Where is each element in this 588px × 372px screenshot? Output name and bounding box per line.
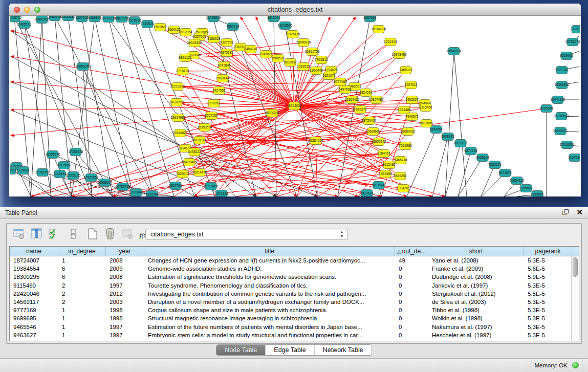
- table-row[interactable]: 977716911998Corpus callosum shape and si…: [10, 306, 579, 314]
- graph-edge[interactable]: [194, 43, 294, 106]
- graph-node[interactable]: 8186328: [207, 35, 221, 43]
- graph-edge[interactable]: [11, 82, 317, 196]
- graph-node[interactable]: 6466160: [88, 16, 101, 22]
- graph-node[interactable]: 16958107: [98, 179, 113, 187]
- graph-node[interactable]: 9474444: [464, 147, 477, 155]
- graph-node[interactable]: 9146821: [259, 51, 273, 58]
- graph-node[interactable]: 18640910: [296, 39, 311, 47]
- graph-node[interactable]: 1065328: [48, 16, 61, 21]
- graph-node[interactable]: 5878314: [193, 137, 206, 144]
- graph-node[interactable]: 9529966: [560, 52, 573, 60]
- graph-node[interactable]: 18724007: [287, 102, 302, 110]
- graph-node[interactable]: 14136141: [372, 182, 386, 189]
- graph-node[interactable]: 12444134: [551, 96, 565, 104]
- graph-node[interactable]: 7857224: [226, 23, 239, 31]
- graph-node[interactable]: 2687662: [363, 16, 377, 22]
- graph-node[interactable]: 9465254: [394, 172, 407, 180]
- graph-edge[interactable]: [316, 141, 317, 196]
- graph-node[interactable]: 7632621: [488, 161, 502, 169]
- select-rows-icon[interactable]: [48, 228, 61, 241]
- graph-node[interactable]: 1640954: [429, 126, 443, 134]
- graph-node[interactable]: 1297511: [405, 81, 418, 89]
- graph-node[interactable]: 9242845: [217, 62, 231, 70]
- graph-node[interactable]: 9245652: [519, 185, 533, 192]
- graph-node[interactable]: 14671355: [115, 16, 129, 23]
- graph-node[interactable]: 7334261: [397, 185, 410, 192]
- graph-node[interactable]: 17359928: [69, 148, 83, 156]
- graph-edge[interactable]: [276, 141, 316, 196]
- graph-node[interactable]: 1952480: [379, 170, 392, 178]
- graph-node[interactable]: 13505135: [66, 172, 81, 180]
- table-settings-icon[interactable]: [13, 228, 26, 241]
- graph-node[interactable]: 9327508: [220, 39, 233, 47]
- graph-edge[interactable]: [458, 151, 471, 196]
- graph-node[interactable]: 1571848: [215, 190, 228, 197]
- graph-node[interactable]: 7625402: [176, 170, 189, 178]
- graph-node[interactable]: 21364436: [345, 96, 360, 104]
- tab-node-table[interactable]: Node Table: [216, 345, 266, 355]
- window-titlebar[interactable]: citations_edges.txt: [9, 4, 581, 16]
- graph-node[interactable]: 9777169: [334, 78, 347, 86]
- graph-node[interactable]: 7955812: [315, 56, 328, 64]
- graph-node[interactable]: 8471676: [498, 169, 512, 177]
- graph-node[interactable]: 16033809: [206, 16, 221, 22]
- graph-node[interactable]: 19654985: [171, 114, 186, 122]
- table-row[interactable]: 1456911722003Disruption of a novel membe…: [10, 298, 579, 306]
- graph-node[interactable]: 1413614: [360, 190, 374, 197]
- graph-node[interactable]: 13325419: [286, 31, 300, 38]
- graph-node[interactable]: 7615526: [128, 17, 141, 25]
- graph-node[interactable]: 3915911: [10, 167, 17, 174]
- graph-node[interactable]: 9115460: [420, 104, 432, 112]
- graph-edge[interactable]: [458, 158, 483, 196]
- graph-edge[interactable]: [55, 17, 154, 196]
- column-header-year[interactable]: year: [106, 247, 144, 256]
- graph-node[interactable]: 16543362: [187, 39, 202, 47]
- graph-node[interactable]: 15692971: [553, 127, 568, 135]
- graph-node[interactable]: 9822037: [284, 59, 297, 67]
- graph-node[interactable]: 16914479: [192, 169, 207, 177]
- graph-edge[interactable]: [445, 143, 461, 196]
- graph-node[interactable]: 9227343: [555, 67, 569, 74]
- graph-node[interactable]: 13218506: [278, 22, 293, 30]
- graph-node[interactable]: 2803144: [216, 75, 229, 82]
- graph-node[interactable]: 16782759: [116, 183, 130, 191]
- graph-node[interactable]: 8215958: [540, 105, 553, 113]
- table-row[interactable]: 1830029562008Estimation of significance …: [10, 273, 579, 281]
- graph-node[interactable]: 16409489: [182, 159, 197, 166]
- graph-node[interactable]: 10654112: [510, 177, 525, 185]
- graph-edge[interactable]: [274, 18, 276, 196]
- graph-node[interactable]: 12213383: [170, 83, 185, 91]
- graph-node[interactable]: 12093852: [555, 81, 570, 89]
- graph-node[interactable]: 16154808: [372, 26, 386, 33]
- graph-edge[interactable]: [445, 51, 454, 196]
- graph-node[interactable]: 5875685: [220, 49, 233, 57]
- graph-edge[interactable]: [11, 31, 294, 106]
- graph-edge[interactable]: [11, 106, 294, 110]
- graph-edge[interactable]: [432, 137, 448, 196]
- graph-node[interactable]: 18107553: [169, 99, 184, 106]
- graph-edge[interactable]: [82, 18, 113, 196]
- graph-node[interactable]: 15718485: [204, 183, 219, 190]
- graph-node[interactable]: 9427552: [212, 87, 226, 95]
- graph-node[interactable]: 10719195: [101, 16, 116, 23]
- graph-node[interactable]: 7569285: [399, 142, 412, 150]
- graph-node[interactable]: 1621072: [322, 72, 336, 80]
- column-header-out_de[interactable]: △out_de...: [395, 247, 428, 256]
- graph-node[interactable]: 1145194: [54, 170, 67, 178]
- table-selector-dropdown[interactable]: citations_edges.txt ▲▼: [145, 229, 348, 240]
- table-row[interactable]: 1938455462009Genome-wide association stu…: [10, 265, 579, 273]
- graph-node[interactable]: 6497568: [338, 86, 352, 94]
- graph-node[interactable]: 15751074: [565, 38, 580, 46]
- graph-edge[interactable]: [108, 18, 154, 196]
- graph-node[interactable]: 7588520: [271, 55, 285, 62]
- graph-node[interactable]: 18720407: [362, 117, 377, 125]
- graph-node[interactable]: 1167534: [569, 154, 580, 162]
- graph-node[interactable]: 3824554: [359, 89, 373, 97]
- close-panel-icon[interactable]: ✕: [576, 208, 583, 217]
- tab-network-table[interactable]: Network Table: [315, 345, 372, 355]
- graph-node[interactable]: 9660125: [167, 26, 181, 34]
- graph-node[interactable]: 9699695: [420, 120, 433, 127]
- graph-node[interactable]: 1292344: [145, 191, 159, 197]
- table-row[interactable]: 2242004622012Investigating the contribut…: [10, 290, 579, 298]
- graph-node[interactable]: 9896121: [179, 54, 192, 62]
